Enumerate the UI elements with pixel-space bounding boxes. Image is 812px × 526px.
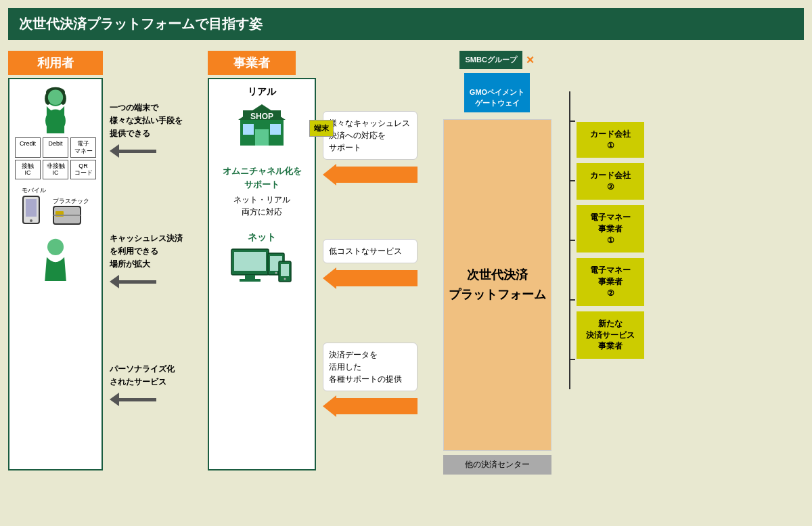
right-item-1: カード会社 ②	[577, 163, 644, 200]
arrow-left-3	[110, 393, 201, 406]
annotation-block-1: 一つの端末で 様々な支払い手段を 提供できる	[110, 102, 201, 158]
bubble-3: 決済データを 活用した 各種サポートの提供	[323, 343, 418, 391]
bubble-1: 様々なキャッシュレス 決済への対応を サポート	[323, 111, 418, 160]
brace-svg	[563, 91, 577, 389]
arrow-body-1	[119, 150, 156, 153]
svg-rect-19	[243, 124, 254, 135]
right-item-0: カード会社 ①	[577, 122, 644, 158]
plastic-item: プラスチック	[53, 197, 89, 227]
svg-point-8	[30, 219, 32, 222]
svg-rect-29	[281, 264, 289, 276]
orange-arrow-1	[323, 164, 418, 185]
orange-arrow-2	[323, 267, 418, 289]
mobile-item: モバイル	[22, 186, 46, 227]
bubble-section-2: 低コストなサービス	[323, 239, 418, 289]
bubble-2: 低コストなサービス	[323, 239, 418, 263]
orange-arrow-head-1	[323, 164, 336, 185]
platform-box: 次世代決済 プラットフォーム	[443, 119, 551, 451]
omni-section: オムニチャネル化を サポート ネット・リアル 両方に対応	[223, 165, 302, 218]
brace-connector	[563, 91, 577, 389]
card-emoney: 電子 マネー	[70, 137, 96, 158]
svg-point-13	[48, 240, 62, 254]
real-label: リアル	[235, 86, 289, 98]
card-contactless-ic: 非接触 IC	[43, 160, 68, 180]
right-item-4: 新たな 決済サービス 事業者	[577, 311, 644, 359]
mobile-section: モバイル プラスチック	[22, 186, 89, 227]
svg-rect-20	[270, 124, 281, 135]
title-text: 次世代決済プラットフォームで目指す姿	[19, 16, 263, 31]
tanmatsu-badge: 端末	[309, 120, 334, 137]
svg-point-5	[45, 110, 66, 133]
bubble-section-3: 決済データを 活用した 各種サポートの提供	[323, 343, 418, 417]
platform-section: SMBCグループ × GMOペイメント ゲートウェイ 次世代決済 プラットフォー…	[438, 51, 556, 475]
annotation-text-2: キャッシュレス決済 を利用できる 場所が拡大	[110, 232, 201, 271]
svg-text:SHOP: SHOP	[250, 112, 273, 121]
right-item-3: 電子マネー 事業者 ②	[577, 258, 644, 305]
mobile-icon	[22, 195, 41, 225]
arrow-head-1	[110, 144, 119, 158]
svg-point-27	[275, 272, 277, 274]
other-center: 他の決済センター	[443, 455, 551, 475]
riyosha-box: Credit Debit 電子 マネー 接触 IC 非接触 IC QR コード …	[8, 78, 103, 470]
arrow-body-2	[119, 280, 156, 284]
outer-container: 次世代決済プラットフォームで目指す姿 利用者	[0, 0, 812, 526]
card-debit: Debit	[43, 137, 68, 158]
omni-label: オムニチャネル化を サポート	[223, 165, 302, 191]
arrow-head-2	[110, 275, 119, 288]
card-qr: QR コード	[70, 160, 96, 180]
net-label: ネット	[230, 232, 294, 244]
net-section: ネット	[230, 232, 294, 291]
arrow-head-3	[110, 393, 119, 406]
x-symbol: ×	[526, 52, 535, 68]
jigyosha-section: 事業者 端末 リアル SHOP	[208, 51, 316, 470]
orange-arrow-body-3	[336, 398, 418, 414]
gmo-badge: GMOペイメント ゲートウェイ	[464, 73, 530, 112]
mid2-section: 様々なキャッシュレス 決済への対応を サポート 低コストなサービス 決済データを…	[323, 51, 431, 443]
mid-annotations: 一つの端末で 様々な支払い手段を 提供できる キャッシュレス決済 を利用できる …	[110, 51, 201, 443]
orange-arrow-3	[323, 395, 418, 417]
arrow-left-2	[110, 275, 201, 288]
jigyosha-box: 端末 リアル SHOP	[208, 78, 316, 470]
annotation-block-2: キャッシュレス決済 を利用できる 場所が拡大	[110, 232, 201, 289]
svg-rect-7	[26, 199, 37, 217]
mobile-label: モバイル	[22, 186, 46, 195]
arrow-body-3	[119, 398, 156, 401]
svg-rect-22	[234, 252, 266, 271]
orange-arrow-head-3	[323, 395, 336, 417]
svg-point-30	[284, 278, 286, 280]
svg-rect-18	[255, 129, 269, 146]
svg-point-4	[48, 90, 63, 105]
right-item-2: 電子マネー 事業者 ①	[577, 205, 644, 253]
arrow-left-1	[110, 144, 201, 158]
riyosha-header: 利用者	[8, 51, 103, 75]
card-grid: Credit Debit 電子 マネー 接触 IC 非接触 IC QR コード	[15, 137, 96, 179]
real-section: リアル SHOP	[235, 86, 289, 151]
net-real-label: ネット・リアル 両方に対応	[223, 194, 302, 218]
orange-arrow-body-1	[336, 167, 418, 183]
right-section: カード会社 ① カード会社 ② 電子マネー 事業者 ① 電子マネー 事業者 ② …	[563, 91, 644, 389]
smbc-gmo-header: SMBCグループ × GMOペイメント ゲートウェイ	[438, 51, 556, 112]
right-items-list: カード会社 ① カード会社 ② 電子マネー 事業者 ① 電子マネー 事業者 ② …	[577, 122, 644, 359]
annotation-text-1: 一つの端末で 様々な支払い手段を 提供できる	[110, 102, 201, 141]
devices-icon	[230, 248, 294, 288]
plastic-label: プラスチック	[53, 197, 89, 206]
person-female-icon	[35, 86, 76, 133]
shop-icon: SHOP	[235, 101, 289, 148]
svg-rect-23	[245, 275, 255, 279]
title-bar: 次世代決済プラットフォームで目指す姿	[8, 8, 804, 40]
svg-rect-24	[240, 279, 261, 282]
main-content: 利用者 Credit Debit 電子 マネ	[8, 51, 804, 513]
bubble-section-1: 様々なキャッシュレス 決済への対応を サポート	[323, 111, 418, 185]
orange-arrow-head-2	[323, 267, 336, 289]
annotation-block-3: パーソナライズ化 されたサービス	[110, 363, 201, 406]
orange-arrow-body-2	[336, 270, 418, 286]
platform-title: 次世代決済 プラットフォーム	[449, 265, 546, 305]
jigyosha-header: 事業者	[208, 51, 296, 75]
person-male-icon	[37, 237, 74, 281]
plastic-card-icon	[53, 206, 81, 225]
smbc-badge: SMBCグループ	[459, 51, 522, 69]
annotation-text-3: パーソナライズ化 されたサービス	[110, 363, 201, 389]
card-credit: Credit	[15, 137, 41, 158]
card-contact-ic: 接触 IC	[15, 160, 41, 180]
riyosha-section: 利用者 Credit Debit 電子 マネ	[8, 51, 103, 470]
